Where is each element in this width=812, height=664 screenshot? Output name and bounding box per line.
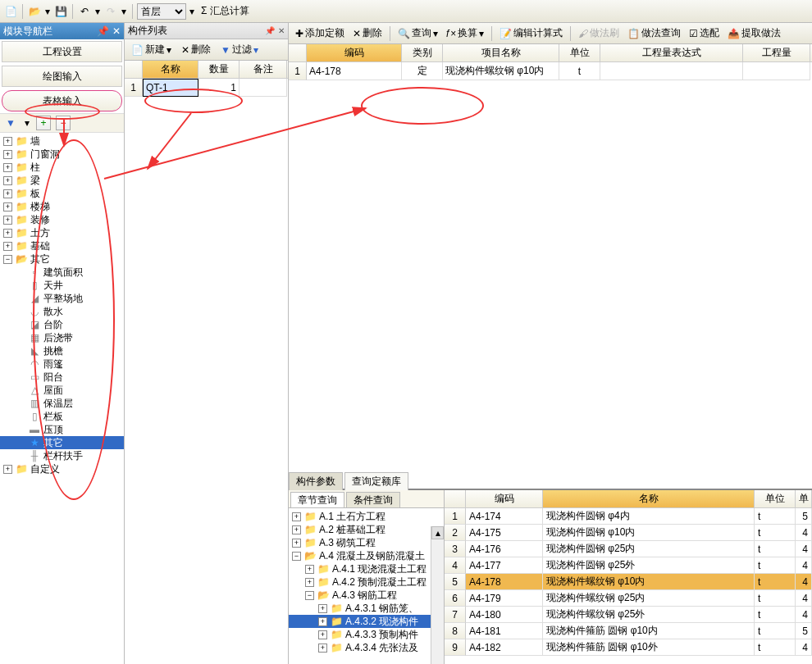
br-name-cell[interactable]: 现浇构件螺纹钢 φ10内 [543,574,755,590]
delete-component-button[interactable]: ✕删除 [178,43,214,57]
tree-item[interactable]: +📁A.4.3.1 钢筋笼、 [289,602,444,615]
br-code-cell[interactable]: A4-181 [466,623,543,639]
filter-dropdown-icon[interactable]: ▾ [23,117,31,129]
br-name-header[interactable]: 名称 [543,490,755,507]
tree-item[interactable]: +📁梁 [0,174,124,187]
tree-item[interactable]: ◡散水 [0,305,124,318]
quota-row[interactable]: 5A4-178现浇构件螺纹钢 φ10内t4 [445,574,812,590]
tree-item[interactable]: △屋面 [0,384,124,397]
br-code-cell[interactable]: A4-177 [466,557,543,574]
tree-item[interactable]: ◣挑檐 [0,344,124,357]
br-unit-cell[interactable]: t [755,557,796,574]
tab-query-quota[interactable]: 查询定额库 [344,472,408,490]
nav-btn-proj-settings[interactable]: 工程设置 [2,41,122,62]
tree-item[interactable]: ◠雨篷 [0,357,124,371]
br-sc-cell[interactable]: 4 [796,541,812,557]
br-sc-cell[interactable]: 4 [796,639,812,656]
br-sc-cell[interactable]: 4 [796,574,812,590]
redo-dropdown-icon[interactable]: ▾ [120,6,128,17]
tree-item-selected[interactable]: ★其它 [0,436,124,449]
subtab-condition[interactable]: 条件查询 [346,492,400,507]
tree-item[interactable]: +📁A.4.3.3 预制构件 [289,628,444,641]
br-unit-header[interactable]: 单位 [755,490,796,507]
select-button[interactable]: ☑选配 [686,26,723,40]
br-sc-cell[interactable]: 5 [796,623,812,639]
tree-item[interactable]: ▭阳台 [0,371,124,384]
br-code-cell[interactable]: A4-174 [466,508,543,525]
tree-item[interactable]: −📂A.4.3 钢筋工程 [289,589,444,602]
br-code-cell[interactable]: A4-176 [466,541,543,557]
nav-btn-draw-input[interactable]: 绘图输入 [2,66,122,87]
br-sc-cell[interactable]: 5 [796,508,812,525]
bottom-tree-scrollbar[interactable]: ▴ [431,526,444,664]
save-icon[interactable]: 💾 [53,3,68,20]
main-qty-cell[interactable] [743,62,810,80]
main-expr-cell[interactable] [600,62,743,80]
main-type-cell[interactable]: 定 [402,62,443,80]
br-unit-cell[interactable]: t [755,590,796,607]
tree-item[interactable]: ▥保温层 [0,397,124,410]
br-unit-cell[interactable]: t [755,639,796,656]
quota-row[interactable]: 9A4-182现浇构件箍筋 圆钢 φ10外t4 [445,639,812,656]
floor-dropdown-icon[interactable]: ▾ [188,6,196,17]
br-unit-cell[interactable]: t [755,525,796,541]
tree-item[interactable]: +📁墙 [0,134,124,148]
tree-item[interactable]: +📁A.1 土石方工程 [289,510,444,523]
comp-name-cell[interactable]: QT-1 [143,79,198,97]
quota-row[interactable]: 7A4-180现浇构件螺纹钢 φ25外t4 [445,607,812,623]
comp-close-icon[interactable]: ✕ [278,26,285,35]
redo-icon[interactable]: ↷ [103,3,118,20]
comp-note-cell[interactable] [239,79,287,97]
br-name-cell[interactable]: 现浇构件箍筋 圆钢 φ10外 [543,639,755,656]
filter-component-button[interactable]: ▼过滤 ▾ [217,43,262,57]
main-code-cell[interactable]: A4-178 [307,62,402,80]
tree-item[interactable]: +📁板 [0,187,124,200]
undo-icon[interactable]: ↶ [77,3,92,20]
comp-name-header[interactable]: 名称 [143,61,198,78]
main-code-header[interactable]: 编码 [307,44,402,61]
convert-button[interactable]: f× 换算 ▾ [443,26,487,40]
main-proj-header[interactable]: 项目名称 [443,44,559,61]
br-code-cell[interactable]: A4-179 [466,590,543,607]
br-sc-cell[interactable]: 4 [796,590,812,607]
br-name-cell[interactable]: 现浇构件螺纹钢 φ25外 [543,607,755,623]
edit-formula-button[interactable]: 📝编辑计算式 [496,26,566,40]
quota-row[interactable]: 1A4-174现浇构件圆钢 φ4内t5 [445,508,812,525]
main-unit-header[interactable]: 单位 [559,44,600,61]
quota-row[interactable]: 3A4-176现浇构件圆钢 φ25内t4 [445,541,812,557]
nav-tree[interactable]: +📁墙 +📁门窗洞 +📁柱 +📁梁 +📁板 +📁楼梯 +📁装修 +📁土方 +📁基… [0,133,124,664]
tree-item[interactable]: ╫栏杆扶手 [0,449,124,462]
br-sc-cell[interactable]: 4 [796,525,812,541]
open-file-icon[interactable]: 📂 [27,3,42,20]
tree-item[interactable]: +📁A.2 桩基础工程 [289,523,444,536]
tree-item-selected[interactable]: +📁A.4.3.2 现浇构件 [289,615,444,628]
br-sc-cell[interactable]: 4 [796,557,812,574]
main-expr-header[interactable]: 工程量表达式 [600,44,743,61]
br-name-cell[interactable]: 现浇构件圆钢 φ25内 [543,541,755,557]
extract-button[interactable]: 📤提取做法 [724,26,784,40]
tree-item[interactable]: +📁A.4.3.4 先张法及 [289,641,444,654]
br-name-cell[interactable]: 现浇构件螺纹钢 φ25内 [543,590,755,607]
tree-item[interactable]: +📁柱 [0,161,124,174]
tree-item[interactable]: +📁基础 [0,239,124,252]
br-unit-cell[interactable]: t [755,623,796,639]
quota-row[interactable]: 6A4-179现浇构件螺纹钢 φ25内t4 [445,590,812,607]
subtab-chapter[interactable]: 章节查询 [290,492,344,507]
new-file-icon[interactable]: 📄 [3,3,18,20]
br-unit-cell[interactable]: t [755,607,796,623]
brush-button[interactable]: 🖌做法刷 [575,26,623,40]
tree-item[interactable]: +📁自定义 [0,462,124,475]
tree-item[interactable]: +📁A.3 砌筑工程 [289,536,444,549]
quota-row[interactable]: 4A4-177现浇构件圆钢 φ25外t4 [445,557,812,574]
tree-item[interactable]: −📂A.4 混凝土及钢筋混凝土 [289,549,444,562]
comp-qty-cell[interactable]: 1 [198,79,239,97]
filter-icon[interactable]: ▼ [3,115,18,131]
comp-note-header[interactable]: 备注 [239,61,287,78]
br-unit-cell[interactable]: t [755,574,796,590]
tree-item[interactable]: ◪台阶 [0,318,124,331]
nav-close-icon[interactable]: ✕ [112,25,121,37]
comp-pin-icon[interactable]: 📌 [265,26,275,35]
br-name-cell[interactable]: 现浇构件圆钢 φ4内 [543,508,755,525]
tree-item[interactable]: ▦后浇带 [0,331,124,344]
scroll-up-icon[interactable]: ▴ [431,526,444,539]
